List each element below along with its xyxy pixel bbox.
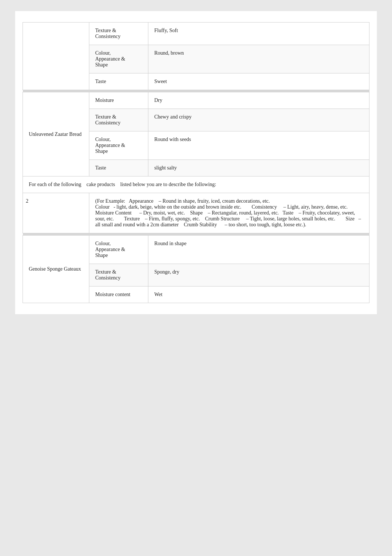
main-table: Texture &Consistency Fluffy, Soft Colour… <box>23 22 369 303</box>
attr-cell: Colour,Appearance &Shape <box>89 131 148 160</box>
value-cell: Round in shape <box>148 236 369 264</box>
attr-cell: Texture &Consistency <box>89 264 148 286</box>
attr-cell: Colour,Appearance &Shape <box>89 45 148 73</box>
instruction-row: For each of the following cake products … <box>23 176 369 193</box>
value-cell: Wet <box>148 286 369 303</box>
instruction-body: (For Example: Appearance – Round in shap… <box>89 193 369 233</box>
product-label-genoise: Genoise Sponge Gateaux <box>23 236 89 303</box>
value-cell: Chewy and crispy <box>148 109 369 131</box>
value-cell: Fluffy, Soft <box>148 23 369 45</box>
table-row: Texture &Consistency Fluffy, Soft <box>23 23 369 45</box>
attr-cell: Texture &Consistency <box>89 109 148 131</box>
value-cell: Sponge, dry <box>148 264 369 286</box>
instruction-detail-row: 2 (For Example: Appearance – Round in sh… <box>23 193 369 233</box>
value-cell: slight salty <box>148 160 369 176</box>
value-cell: Dry <box>148 92 369 109</box>
instruction-line1: For each of the following cake products … <box>23 176 369 193</box>
value-cell: Sweet <box>148 73 369 90</box>
attr-cell: Texture &Consistency <box>89 23 148 45</box>
attr-cell: Taste <box>89 73 148 90</box>
table-row: Genoise Sponge Gateaux Colour,Appearance… <box>23 236 369 264</box>
section-number: 2 <box>23 193 89 233</box>
attr-cell: Taste <box>89 160 148 176</box>
attr-cell: Colour,Appearance &Shape <box>89 236 148 264</box>
product-label-empty <box>23 23 89 90</box>
value-cell: Round, brown <box>148 45 369 73</box>
page: Texture &Consistency Fluffy, Soft Colour… <box>15 11 377 314</box>
value-cell: Round with seeds <box>148 131 369 160</box>
product-label-zaatar: Unleavened Zaatar Bread <box>23 92 89 176</box>
attr-cell: Moisture content <box>89 286 148 303</box>
attr-cell: Moisture <box>89 92 148 109</box>
table-row: Unleavened Zaatar Bread Moisture Dry <box>23 92 369 109</box>
